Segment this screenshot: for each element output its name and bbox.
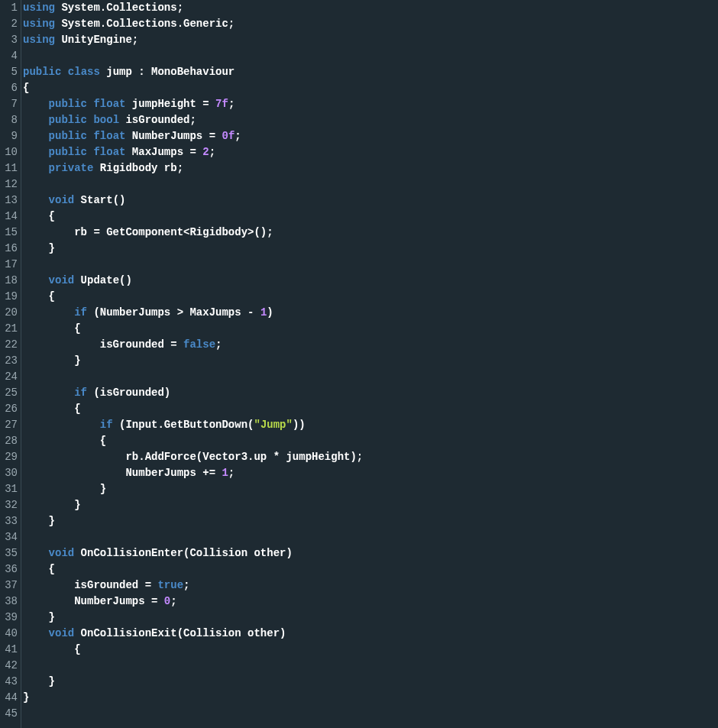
- code-line[interactable]: NumberJumps += 1;: [23, 465, 363, 481]
- code-line[interactable]: rb = GetComponent<Rigidbody>();: [23, 225, 363, 241]
- code-line[interactable]: using UnityEngine;: [23, 32, 363, 48]
- token-ident: [23, 162, 49, 174]
- line-number: 34: [0, 529, 18, 545]
- code-line[interactable]: {: [23, 433, 363, 449]
- code-line[interactable]: {: [23, 289, 363, 305]
- token-type: float: [93, 98, 125, 110]
- code-line[interactable]: if (NumberJumps > MaxJumps - 1): [23, 305, 363, 321]
- code-line[interactable]: [23, 176, 363, 193]
- token-ident: [23, 98, 49, 110]
- token-punc: {: [23, 435, 106, 447]
- code-area[interactable]: using System.Collections;using System.Co…: [21, 0, 363, 728]
- code-line[interactable]: private Rigidbody rb;: [23, 160, 363, 176]
- line-number: 3: [0, 32, 18, 48]
- line-number: 21: [0, 321, 18, 337]
- code-editor[interactable]: 1234567891011121314151617181920212223242…: [0, 0, 718, 728]
- code-line[interactable]: void OnCollisionExit(Collision other): [23, 626, 363, 642]
- line-number: 28: [0, 433, 18, 449]
- line-number: 17: [0, 257, 18, 273]
- code-line[interactable]: {: [23, 561, 363, 578]
- token-ident: [23, 306, 74, 319]
- code-line[interactable]: public float jumpHeight = 7f;: [23, 96, 363, 112]
- line-number: 18: [0, 273, 18, 289]
- code-line[interactable]: [23, 257, 363, 273]
- token-punc: ;: [183, 579, 189, 591]
- line-number: 19: [0, 289, 18, 305]
- token-ident: [61, 66, 67, 78]
- token-type: float: [93, 130, 125, 142]
- code-line[interactable]: }: [23, 353, 363, 369]
- code-line[interactable]: NumberJumps = 0;: [23, 594, 363, 610]
- line-number: 24: [0, 369, 18, 385]
- line-number: 16: [0, 241, 18, 257]
- token-str: "Jump": [254, 419, 292, 431]
- line-number: 10: [0, 144, 18, 160]
- line-number: 20: [0, 305, 18, 321]
- code-line[interactable]: {: [23, 642, 363, 658]
- code-line[interactable]: }: [23, 690, 363, 706]
- token-ident: [23, 627, 49, 639]
- token-kw: using: [23, 34, 55, 46]
- token-num: 1: [222, 467, 228, 479]
- line-number: 40: [0, 626, 18, 642]
- token-punc: {: [23, 322, 81, 335]
- code-line[interactable]: }: [23, 241, 363, 257]
- token-kw: void: [49, 547, 75, 559]
- code-line[interactable]: public class jump : MonoBehaviour: [23, 64, 363, 80]
- code-line[interactable]: }: [23, 513, 363, 529]
- line-number: 39: [0, 610, 18, 626]
- code-line[interactable]: public float NumberJumps = 0f;: [23, 128, 363, 144]
- code-line[interactable]: if (Input.GetButtonDown("Jump")): [23, 417, 363, 433]
- token-type: bool: [93, 114, 119, 126]
- code-line[interactable]: void Update(): [23, 273, 363, 289]
- token-type: float: [93, 146, 125, 158]
- code-line[interactable]: [23, 529, 363, 545]
- code-line[interactable]: }: [23, 481, 363, 497]
- code-line[interactable]: public bool isGrounded;: [23, 112, 363, 128]
- token-punc: ;: [209, 146, 215, 158]
- code-line[interactable]: }: [23, 674, 363, 690]
- line-number: 31: [0, 481, 18, 497]
- code-line[interactable]: void Start(): [23, 193, 363, 209]
- code-line[interactable]: {: [23, 209, 363, 225]
- code-line[interactable]: [23, 369, 363, 385]
- code-line[interactable]: using System.Collections;: [23, 0, 363, 16]
- token-kw: if: [74, 306, 87, 319]
- code-line[interactable]: void OnCollisionEnter(Collision other): [23, 545, 363, 561]
- token-kw: void: [49, 274, 75, 286]
- token-ident: Update(): [74, 274, 132, 286]
- token-punc: }: [23, 691, 29, 704]
- code-line[interactable]: }: [23, 610, 363, 626]
- token-kw: public: [49, 146, 87, 158]
- code-line[interactable]: isGrounded = false;: [23, 337, 363, 353]
- code-line[interactable]: [23, 706, 363, 722]
- code-line[interactable]: public float MaxJumps = 2;: [23, 144, 363, 160]
- token-punc: }: [23, 499, 81, 511]
- token-punc: ;: [228, 98, 234, 110]
- token-kw: void: [49, 194, 75, 206]
- code-line[interactable]: }: [23, 497, 363, 513]
- line-number: 15: [0, 225, 18, 241]
- line-number: 22: [0, 337, 18, 353]
- code-line[interactable]: isGrounded = true;: [23, 578, 363, 594]
- code-line[interactable]: if (isGrounded): [23, 385, 363, 401]
- token-ident: rb.AddForce(Vector3.up * jumpHeight);: [23, 451, 363, 463]
- code-line[interactable]: [23, 658, 363, 674]
- token-boolv: false: [183, 338, 215, 351]
- token-ident: NumberJumps =: [125, 130, 222, 142]
- code-line[interactable]: rb.AddForce(Vector3.up * jumpHeight);: [23, 449, 363, 465]
- code-line[interactable]: {: [23, 401, 363, 417]
- code-line[interactable]: using System.Collections.Generic;: [23, 16, 363, 32]
- token-punc: {: [23, 563, 55, 575]
- code-line[interactable]: [23, 48, 363, 64]
- token-kw: public: [49, 114, 87, 126]
- code-line[interactable]: {: [23, 321, 363, 337]
- code-line[interactable]: {: [23, 80, 363, 96]
- token-kw: private: [49, 162, 94, 174]
- token-punc: }: [23, 242, 55, 254]
- token-ident: [23, 547, 49, 559]
- token-kw: using: [23, 18, 55, 30]
- token-ident: NumberJumps +=: [23, 467, 222, 479]
- token-ident: MaxJumps =: [125, 146, 202, 158]
- line-number: 2: [0, 16, 18, 32]
